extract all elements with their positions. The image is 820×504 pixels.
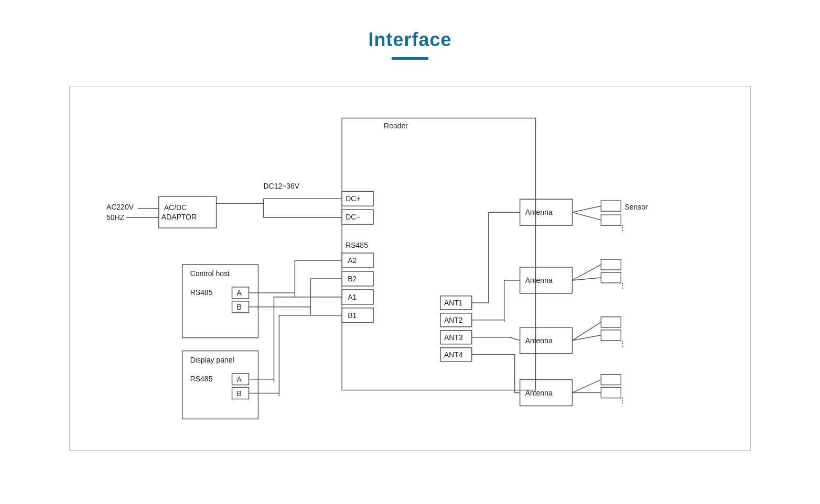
svg-line-55 [572, 206, 601, 212]
svg-rect-62 [601, 330, 621, 341]
ac50hz-label: 50HZ [106, 213, 125, 222]
ac220v-label: AC220V [106, 203, 134, 211]
antenna4-label: Antenna [525, 389, 553, 397]
antenna2-label: Antenna [525, 276, 553, 284]
svg-rect-66 [601, 388, 621, 398]
rs485-top-label: RS485 [346, 241, 368, 249]
sensor-label: Sensor [624, 203, 648, 211]
acdc-label: AC/DC [164, 203, 187, 212]
dc-range-label: DC12~36V [263, 182, 299, 190]
b2-label: B2 [348, 275, 357, 283]
control-host-label: Control host [190, 269, 230, 278]
dc-minus-label: DC− [346, 213, 360, 221]
svg-rect-54 [601, 215, 621, 225]
ant3-label: ANT3 [444, 333, 463, 342]
interface-diagram: Reader AC220V 50HZ AC/DC ADAPTOR DC12~36… [91, 102, 729, 427]
dots2: ⋮ [619, 281, 626, 290]
diagram-container: Reader AC220V 50HZ AC/DC ADAPTOR DC12~36… [69, 86, 751, 451]
dots3: ⋮ [619, 339, 626, 348]
a-ch-label: A [237, 289, 242, 297]
ant4-label: ANT4 [444, 350, 463, 359]
svg-rect-0 [342, 118, 535, 390]
svg-rect-13 [342, 308, 373, 323]
svg-rect-12 [342, 290, 373, 304]
svg-line-49 [510, 337, 520, 341]
page-title: Interface [368, 29, 451, 51]
a-dp-label: A [237, 375, 242, 384]
title-underline [392, 57, 428, 60]
a1-label: A1 [348, 293, 357, 301]
b1-label: B1 [348, 311, 357, 320]
dc-plus-label: DC+ [346, 194, 360, 203]
a2-label: A2 [348, 256, 357, 265]
b-dp-label: B [237, 389, 242, 398]
ant1-label: ANT1 [444, 299, 463, 307]
display-panel-label: Display panel [190, 356, 234, 364]
dots1: ⋮ [619, 224, 626, 232]
b-ch-label: B [237, 303, 242, 311]
rs485-ch-label: RS485 [190, 288, 213, 297]
svg-line-67 [572, 380, 601, 393]
svg-line-56 [572, 212, 601, 220]
rs485-dp-label: RS485 [190, 375, 213, 383]
svg-rect-57 [601, 259, 621, 270]
svg-rect-11 [342, 271, 373, 286]
svg-rect-58 [601, 272, 621, 283]
svg-rect-53 [601, 201, 621, 211]
svg-rect-61 [601, 317, 621, 327]
ant2-label: ANT2 [444, 316, 463, 324]
reader-label: Reader [384, 122, 408, 130]
antenna1-label: Antenna [525, 208, 553, 216]
adaptor-label: ADAPTOR [161, 213, 197, 221]
svg-rect-10 [342, 253, 373, 268]
svg-rect-65 [601, 375, 621, 385]
dots4: ⋮ [619, 396, 626, 404]
antenna3-label: Antenna [525, 336, 553, 345]
